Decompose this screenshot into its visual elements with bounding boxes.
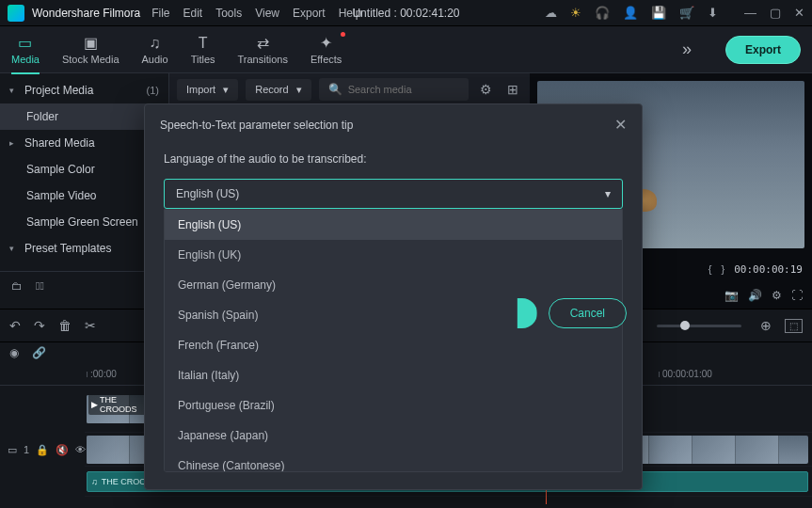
cart-icon[interactable]: 🛒	[679, 6, 694, 20]
undo-icon[interactable]: ↶	[9, 318, 21, 333]
record-dropdown[interactable]: Record▾	[246, 79, 310, 101]
delete-folder-icon[interactable]: 🗀̶	[36, 279, 44, 293]
chevron-down-icon: ▾	[605, 187, 611, 200]
ruler-tick: 00:00:01:00	[659, 369, 712, 379]
search-box[interactable]: 🔍	[319, 78, 469, 101]
tab-stock-media[interactable]: ▣Stock Media	[62, 34, 119, 65]
audio-icon: ♫	[150, 35, 161, 52]
close-button[interactable]: ✕	[794, 6, 804, 20]
cut-icon[interactable]: ✂	[85, 318, 96, 333]
notification-dot	[341, 32, 345, 37]
tips-icon[interactable]: ☀	[570, 6, 581, 20]
menu-export[interactable]: Export	[293, 7, 326, 20]
menu-edit[interactable]: Edit	[183, 7, 203, 20]
mute-icon[interactable]: 🔇	[56, 444, 69, 456]
headset-icon[interactable]: 🎧	[595, 6, 610, 20]
search-input[interactable]	[348, 84, 459, 95]
app-name: Wondershare Filmora	[32, 7, 140, 20]
new-folder-icon[interactable]: 🗀	[11, 279, 23, 293]
titlebar: Wondershare Filmora File Edit Tools View…	[0, 0, 812, 26]
volume-icon[interactable]: 🔊	[748, 289, 762, 302]
lang-option-it[interactable]: Italian (Italy)	[165, 360, 622, 390]
lang-option-en-us[interactable]: English (US)	[165, 210, 622, 240]
export-button[interactable]: Export	[725, 36, 801, 64]
cloud-icon[interactable]: ☁	[545, 6, 557, 20]
ruler-tick: :00:00	[87, 369, 117, 379]
media-icon: ▭	[18, 34, 32, 52]
download-icon[interactable]: ⬇	[708, 6, 718, 20]
tab-effects[interactable]: ✦Effects	[310, 34, 342, 65]
video-track-header[interactable]: ▭ 1 🔒 🔇 👁	[0, 433, 85, 467]
grid-view-icon[interactable]: ⊞	[503, 78, 522, 101]
chevron-down-icon: ▾	[296, 84, 302, 96]
language-dropdown: English (US) English (UK) German (German…	[164, 209, 623, 472]
document-title: Untitled : 00:02:41:20	[352, 7, 459, 20]
language-select[interactable]: English (US) ▾	[164, 179, 623, 209]
video-track-icon: ▭	[8, 444, 17, 456]
account-icon[interactable]: 👤	[623, 6, 638, 20]
fullscreen-icon[interactable]: ⛶	[791, 289, 803, 302]
search-icon: 🔍	[328, 83, 342, 96]
modal-close-button[interactable]: ✕	[614, 116, 627, 134]
zoom-in-icon[interactable]: ⊕	[760, 318, 772, 333]
chevron-down-icon: ▾	[223, 84, 229, 96]
media-toolbar: Import▾ Record▾ 🔍 ⚙ ⊞	[169, 73, 530, 105]
menu-view[interactable]: View	[255, 7, 279, 20]
lang-option-en-uk[interactable]: English (UK)	[165, 240, 622, 270]
category-tabs: ▭Media ▣Stock Media ♫Audio TTitles ⇄Tran…	[0, 26, 812, 73]
maximize-button[interactable]: ▢	[770, 6, 781, 20]
bracket-open-icon[interactable]: {	[709, 263, 712, 275]
tab-audio[interactable]: ♫Audio	[142, 35, 168, 65]
save-icon[interactable]: 💾	[651, 6, 666, 20]
menu-tools[interactable]: Tools	[215, 7, 242, 20]
modal-title: Speech-to-Text parameter selection tip	[160, 119, 353, 132]
main-menu: File Edit Tools View Export Help	[151, 7, 361, 20]
redo-icon[interactable]: ↷	[34, 318, 45, 333]
lock-icon[interactable]: 🔒	[36, 444, 49, 456]
bracket-close-icon[interactable]: }	[721, 263, 724, 275]
language-label: Language of the audio to be transcribed:	[164, 152, 623, 166]
tab-titles[interactable]: TTitles	[191, 35, 215, 65]
delete-icon[interactable]: 🗑	[58, 318, 72, 333]
lang-option-ja[interactable]: Japanese (Japan)	[165, 421, 622, 451]
tab-transitions[interactable]: ⇄Transitions	[238, 34, 288, 65]
marker-icon[interactable]: ◉	[9, 346, 19, 359]
titles-icon: T	[199, 35, 208, 52]
menu-file[interactable]: File	[151, 7, 169, 20]
clip-label: ▶THE CROODS	[88, 395, 152, 415]
more-tabs-button[interactable]: »	[682, 40, 692, 59]
music-icon: ♫	[91, 477, 98, 486]
tree-project-media[interactable]: ▾Project Media(1)	[0, 77, 168, 103]
cancel-button[interactable]: Cancel	[549, 298, 627, 328]
zoom-slider[interactable]	[657, 325, 741, 327]
import-dropdown[interactable]: Import▾	[177, 79, 238, 101]
snapshot-icon[interactable]: 📷	[724, 289, 739, 302]
effects-icon: ✦	[320, 34, 332, 52]
tab-media[interactable]: ▭Media	[11, 34, 40, 65]
settings-icon[interactable]: ⚙	[772, 289, 782, 302]
preview-timecode: 00:00:00:19	[734, 263, 803, 276]
play-icon: ▶	[91, 400, 98, 409]
stock-icon: ▣	[84, 34, 98, 52]
link-icon[interactable]: 🔗	[32, 346, 46, 359]
transitions-icon: ⇄	[257, 34, 269, 52]
app-logo	[8, 5, 24, 22]
zoom-fit-icon[interactable]: ⬚	[785, 319, 803, 333]
lang-option-pt[interactable]: Portuguese (Brazil)	[165, 390, 622, 421]
lang-option-zh-hk[interactable]: Chinese (Cantonese)	[165, 451, 622, 472]
lang-option-de[interactable]: German (Germany)	[165, 270, 622, 300]
lang-option-fr[interactable]: French (France)	[165, 330, 622, 360]
filter-icon[interactable]: ⚙	[476, 78, 496, 101]
ok-button[interactable]: OK	[471, 298, 536, 328]
minimize-button[interactable]: —	[744, 6, 756, 20]
speech-to-text-modal: Speech-to-Text parameter selection tip ✕…	[144, 103, 643, 490]
